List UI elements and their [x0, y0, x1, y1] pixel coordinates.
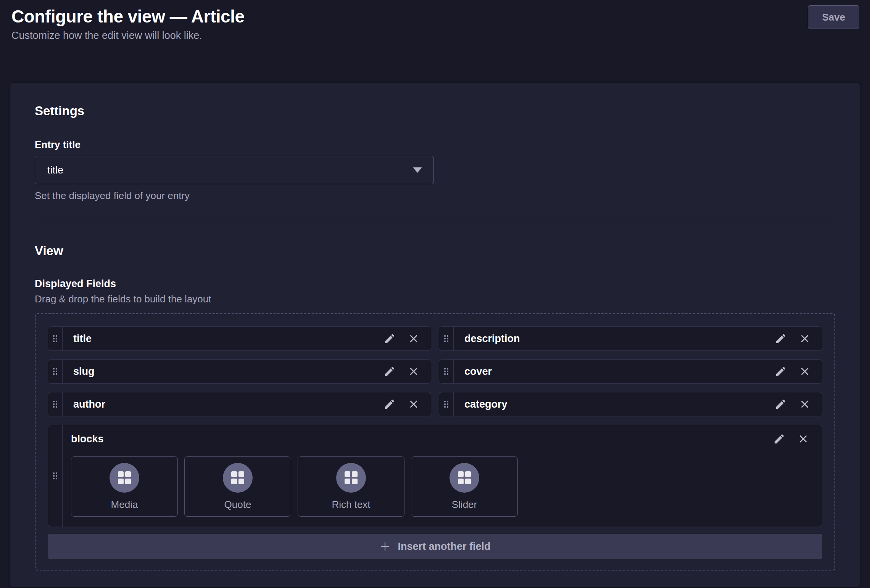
cross-icon: [408, 398, 419, 410]
remove-field-button[interactable]: [799, 366, 810, 377]
drag-handle[interactable]: [48, 360, 63, 383]
drag-handle[interactable]: [439, 327, 454, 350]
fields-dropzone: title description slug: [35, 313, 835, 570]
drag-handle-icon: [443, 400, 449, 408]
edit-field-button[interactable]: [383, 365, 396, 378]
entry-title-select[interactable]: title: [35, 156, 434, 184]
settings-heading: Settings: [35, 103, 835, 119]
pencil-icon: [775, 398, 787, 410]
field-pill-title: title: [48, 326, 431, 351]
field-pill-label: cover: [454, 360, 775, 383]
grid-icon: [231, 471, 244, 484]
drag-handle[interactable]: [439, 392, 454, 416]
displayed-fields-label: Displayed Fields: [35, 278, 835, 291]
drag-handle[interactable]: [439, 360, 454, 383]
edit-field-button[interactable]: [775, 365, 787, 378]
displayed-fields-hint: Drag & drop the fields to build the layo…: [35, 293, 835, 305]
field-pill-blocks: blocks Media Quote: [48, 425, 822, 527]
remove-field-button[interactable]: [799, 333, 810, 344]
field-pill-author: author: [48, 392, 431, 416]
field-pill-slug: slug: [48, 359, 431, 384]
drag-handle-icon: [52, 334, 58, 343]
component-card-quote[interactable]: Quote: [184, 456, 291, 517]
field-row: author category: [48, 392, 822, 416]
drag-handle[interactable]: [48, 327, 63, 350]
edit-field-button[interactable]: [383, 333, 396, 345]
field-row: slug cover: [48, 359, 822, 384]
drag-handle-icon: [52, 400, 58, 408]
cross-icon: [799, 333, 810, 344]
remove-field-button[interactable]: [408, 333, 419, 344]
drag-handle[interactable]: [48, 425, 63, 527]
view-heading: View: [35, 243, 835, 259]
grid-icon: [458, 471, 471, 484]
plus-icon: [379, 541, 391, 552]
save-button[interactable]: Save: [808, 5, 859, 29]
component-card-slider[interactable]: Slider: [411, 456, 518, 517]
field-pill-label: slug: [63, 360, 383, 383]
page-header: Configure the view — Article Customize h…: [0, 0, 870, 42]
drag-handle[interactable]: [48, 392, 63, 416]
remove-field-button[interactable]: [408, 398, 419, 410]
edit-field-button[interactable]: [775, 333, 787, 345]
field-row: title description: [48, 326, 822, 351]
field-pill-description: description: [439, 326, 822, 351]
grid-icon: [118, 471, 131, 484]
drag-handle-icon: [443, 334, 449, 343]
configuration-card: Settings Entry title title Set the displ…: [10, 83, 860, 587]
page-title: Configure the view — Article: [11, 6, 859, 27]
drag-handle-icon: [52, 472, 58, 480]
component-circle: [450, 463, 479, 493]
edit-field-button[interactable]: [775, 398, 787, 410]
caret-down-icon: [413, 167, 422, 173]
field-pill-cover: cover: [439, 359, 822, 384]
remove-field-button[interactable]: [408, 366, 419, 377]
edit-field-button[interactable]: [773, 433, 785, 445]
pencil-icon: [773, 433, 785, 445]
pencil-icon: [383, 365, 396, 378]
component-card-rich-text[interactable]: Rich text: [298, 456, 404, 517]
cross-icon: [798, 433, 809, 445]
component-card-media[interactable]: Media: [71, 456, 178, 517]
field-pill-category: category: [439, 392, 822, 416]
component-circle: [223, 463, 253, 493]
insert-field-button-label: Insert another field: [398, 541, 490, 553]
component-card-label: Rich text: [332, 499, 370, 511]
drag-handle-icon: [52, 367, 58, 376]
entry-title-label: Entry title: [35, 138, 835, 151]
field-pill-label: category: [454, 392, 775, 416]
field-pill-label: author: [63, 392, 383, 416]
component-card-label: Media: [111, 499, 138, 511]
cross-icon: [408, 333, 419, 344]
section-divider: [35, 221, 835, 221]
pencil-icon: [775, 333, 787, 345]
pencil-icon: [383, 333, 396, 345]
grid-icon: [345, 471, 358, 484]
insert-field-button[interactable]: Insert another field: [48, 534, 822, 559]
component-circle: [336, 463, 366, 493]
cross-icon: [408, 366, 419, 377]
remove-field-button[interactable]: [799, 398, 810, 410]
component-card-label: Quote: [224, 499, 251, 511]
page-subtitle: Customize how the edit view will look li…: [11, 29, 859, 42]
pencil-icon: [383, 398, 396, 410]
drag-handle-icon: [443, 367, 449, 376]
entry-title-select-value: title: [47, 164, 63, 176]
field-pill-label: description: [454, 327, 775, 350]
entry-title-hint: Set the displayed field of your entry: [35, 190, 835, 202]
remove-field-button[interactable]: [798, 433, 809, 445]
field-pill-label: title: [63, 327, 383, 350]
edit-field-button[interactable]: [383, 398, 396, 410]
field-pill-label: blocks: [71, 433, 104, 445]
component-card-label: Slider: [452, 499, 477, 511]
cross-icon: [799, 398, 810, 410]
cross-icon: [799, 366, 810, 377]
pencil-icon: [775, 365, 787, 378]
component-circle: [110, 463, 139, 493]
